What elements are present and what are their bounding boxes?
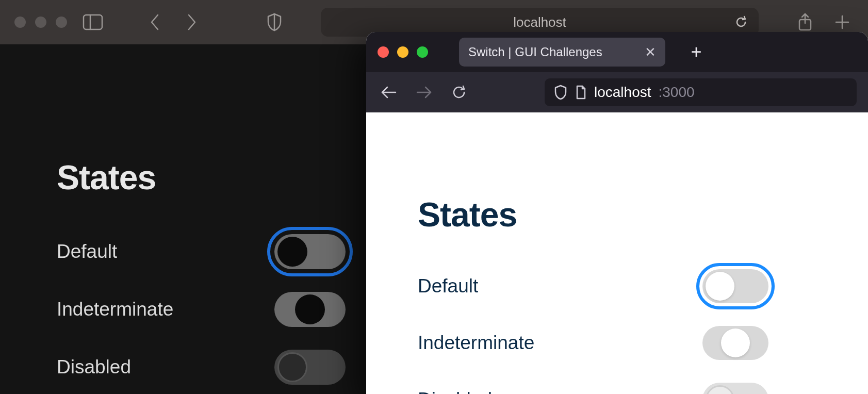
url-host: localhost: [594, 84, 651, 101]
switch-default-dark[interactable]: [274, 234, 346, 269]
firefox-toolbar: localhost:3000: [366, 72, 868, 112]
page-heading-light: States: [418, 195, 816, 234]
forward-button: [413, 81, 435, 104]
state-row-disabled-dark: Disabled: [57, 338, 346, 394]
state-label: Disabled: [57, 356, 131, 378]
switch-indeterminate-light[interactable]: [702, 326, 768, 360]
firefox-page-content: States Default Indeterminate Disabled: [366, 112, 868, 394]
safari-traffic-lights: [14, 17, 67, 28]
back-button[interactable]: [378, 81, 400, 104]
firefox-tab-bar: Switch | GUI Challenges ✕ +: [366, 32, 868, 72]
firefox-window: Switch | GUI Challenges ✕ + localhost:30…: [366, 32, 868, 394]
switch-indeterminate-dark[interactable]: [274, 292, 346, 327]
traffic-zoom[interactable]: [417, 46, 428, 58]
switch-disabled-light: [702, 383, 768, 394]
new-tab-icon[interactable]: [831, 11, 854, 34]
switch-disabled-dark: [274, 350, 346, 385]
firefox-traffic-lights: [378, 46, 428, 58]
back-button[interactable]: [143, 11, 166, 34]
state-row-default-light: Default: [418, 258, 768, 315]
browser-tab[interactable]: Switch | GUI Challenges ✕: [459, 38, 665, 67]
traffic-zoom[interactable]: [56, 17, 67, 28]
switch-thumb: [706, 272, 734, 301]
state-row-indeterminate-light: Indeterminate: [418, 315, 768, 371]
switch-thumb: [706, 385, 734, 394]
state-label: Indeterminate: [418, 332, 534, 354]
traffic-close[interactable]: [14, 17, 26, 28]
reload-icon[interactable]: [448, 81, 470, 104]
reload-icon[interactable]: [734, 15, 748, 29]
switch-thumb: [277, 237, 307, 267]
state-label: Default: [418, 275, 478, 297]
state-row-indeterminate-dark: Indeterminate: [57, 281, 346, 338]
traffic-minimize[interactable]: [35, 17, 46, 28]
new-tab-button[interactable]: +: [686, 42, 707, 62]
switch-default-light[interactable]: [702, 269, 768, 303]
firefox-address-bar[interactable]: localhost:3000: [545, 78, 857, 106]
tab-title: Switch | GUI Challenges: [468, 45, 602, 59]
traffic-close[interactable]: [378, 46, 389, 58]
traffic-minimize[interactable]: [397, 46, 408, 58]
state-label: Indeterminate: [57, 299, 173, 320]
switch-thumb: [721, 329, 750, 357]
tab-close-icon[interactable]: ✕: [645, 44, 656, 60]
state-label: Disabled: [418, 389, 492, 394]
state-label: Default: [57, 241, 117, 262]
url-port: :3000: [659, 84, 695, 101]
switch-thumb: [295, 294, 325, 324]
switch-thumb: [277, 352, 307, 382]
share-icon[interactable]: [794, 11, 816, 34]
shield-icon[interactable]: [554, 85, 567, 100]
state-row-default-dark: Default: [57, 223, 346, 281]
page-icon: [575, 85, 587, 100]
sidebar-toggle-icon[interactable]: [81, 11, 104, 34]
privacy-shield-icon[interactable]: [263, 11, 286, 34]
state-row-disabled-light: Disabled: [418, 371, 768, 394]
forward-button[interactable]: [181, 11, 203, 34]
svg-rect-0: [84, 15, 102, 29]
safari-url-host: localhost: [513, 14, 566, 30]
